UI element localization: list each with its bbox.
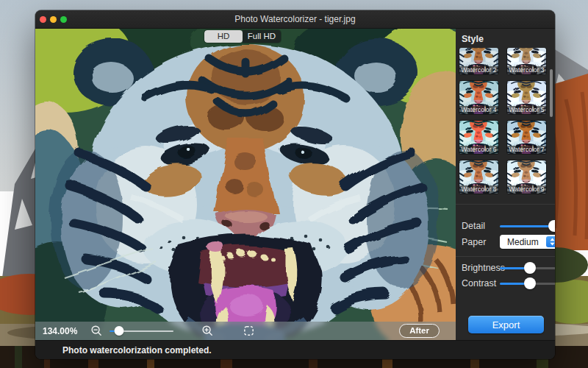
contrast-label: Contrast	[462, 278, 496, 289]
status-bar: Photo watercolorization completed.	[35, 340, 555, 359]
thumbnail-label: Watercolor 4	[459, 106, 498, 114]
paper-dropdown[interactable]: Medium	[500, 235, 555, 249]
style-thumbnail-watercolor-2[interactable]: Watercolor 2	[459, 48, 498, 74]
style-thumbnail-watercolor-8[interactable]: Watercolor 8	[459, 160, 498, 194]
style-thumbnail-watercolor-7[interactable]: Watercolor 7	[507, 121, 546, 154]
style-thumbnail-watercolor-6[interactable]: Watercolor 6	[459, 121, 498, 154]
zoom-toolbar: 134.00%	[35, 322, 456, 340]
fit-screen-icon	[243, 325, 255, 337]
minimize-button[interactable]	[50, 16, 57, 23]
detail-row: Detail	[462, 219, 555, 233]
app-window: Photo Watercolorizer - tiger.jpg HD Full…	[35, 10, 555, 359]
detail-slider[interactable]	[500, 220, 555, 232]
settings-sidebar: Style Watercolor 2Watercolor 3Watercolor…	[456, 29, 555, 340]
after-preview-button[interactable]: After	[399, 324, 440, 338]
zoom-slider-knob[interactable]	[115, 326, 124, 336]
image-canvas[interactable]: HD Full HD 134.00%	[35, 29, 456, 340]
paper-label: Paper	[462, 237, 486, 247]
zoom-button[interactable]	[60, 16, 67, 23]
style-thumbnail-watercolor-9[interactable]: Watercolor 9	[507, 160, 546, 194]
style-section-header: Style	[456, 29, 555, 48]
dropdown-stepper-icon	[546, 236, 555, 247]
zoom-slider[interactable]	[110, 327, 173, 336]
brightness-slider[interactable]	[500, 262, 555, 274]
thumbnail-label: Watercolor 2	[459, 66, 498, 74]
brightness-label: Brightness	[462, 263, 505, 273]
paper-row: Paper Medium	[462, 236, 555, 249]
resolution-toggle: HD Full HD	[204, 30, 281, 43]
style-thumbnail-grid: Watercolor 2Watercolor 3Watercolor 4Wate…	[456, 48, 555, 194]
zoom-in-button[interactable]	[200, 324, 215, 339]
thumbnail-scrollbar[interactable]	[550, 69, 553, 117]
style-thumbnail-watercolor-3[interactable]: Watercolor 3	[507, 48, 546, 74]
thumbnail-label: Watercolor 6	[459, 146, 498, 154]
traffic-lights	[40, 16, 67, 23]
export-button[interactable]: Export	[468, 316, 544, 333]
close-button[interactable]	[40, 16, 46, 23]
contrast-row: Contrast	[462, 277, 555, 290]
thumbnail-label: Watercolor 9	[507, 185, 546, 194]
thumbnail-label: Watercolor 7	[507, 146, 546, 154]
detail-slider-knob[interactable]	[548, 220, 555, 232]
zoom-in-icon	[201, 325, 214, 337]
fit-to-screen-button[interactable]	[241, 324, 256, 339]
window-title: Photo Watercolorizer - tiger.jpg	[35, 14, 555, 24]
status-message: Photo watercolorization completed.	[62, 345, 212, 355]
contrast-slider[interactable]	[500, 277, 555, 289]
style-thumbnail-watercolor-5[interactable]: Watercolor 5	[507, 81, 546, 114]
zoom-out-icon	[90, 325, 103, 337]
brightness-row: Brightness	[462, 261, 555, 275]
thumbnail-label: Watercolor 5	[507, 106, 546, 114]
thumbnail-label: Watercolor 8	[459, 185, 498, 194]
brightness-slider-knob[interactable]	[524, 262, 536, 274]
zoom-out-button[interactable]	[89, 324, 104, 339]
style-thumbnail-watercolor-4[interactable]: Watercolor 4	[459, 81, 498, 114]
full-hd-toggle-button[interactable]: Full HD	[243, 30, 281, 43]
hd-toggle-button[interactable]: HD	[204, 30, 243, 43]
watercolor-preview-image	[35, 29, 456, 340]
title-bar[interactable]: Photo Watercolorizer - tiger.jpg	[35, 10, 555, 29]
detail-label: Detail	[462, 221, 485, 231]
thumbnail-label: Watercolor 3	[507, 66, 546, 74]
contrast-slider-knob[interactable]	[524, 277, 536, 289]
section-divider	[456, 256, 555, 257]
paper-dropdown-value: Medium	[500, 237, 546, 247]
zoom-level-value: 134.00%	[43, 326, 88, 336]
detail-slider-track[interactable]	[500, 225, 555, 228]
style-thumbnail-list[interactable]: Watercolor 2Watercolor 3Watercolor 4Wate…	[456, 48, 555, 205]
